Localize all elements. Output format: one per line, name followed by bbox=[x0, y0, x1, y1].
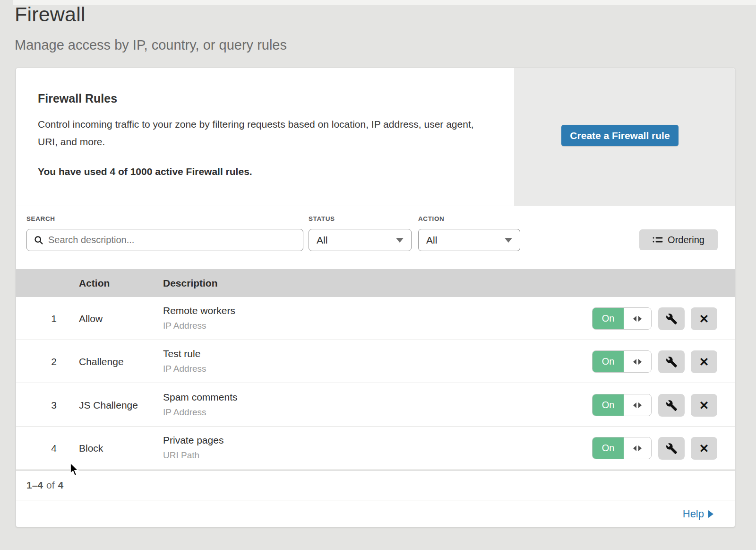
rule-status-toggle[interactable]: On bbox=[592, 350, 652, 373]
toggle-on-label: On bbox=[593, 308, 624, 329]
table-row: 4 Block Private pages URI Path On ✕ bbox=[16, 427, 735, 470]
edit-rule-button[interactable] bbox=[658, 350, 685, 373]
rule-description: Private pages bbox=[163, 435, 223, 446]
delete-rule-button[interactable]: ✕ bbox=[691, 437, 717, 460]
column-header-action: Action bbox=[79, 269, 110, 297]
action-select-value: All bbox=[426, 235, 437, 246]
pagination: 1–4 of 4 bbox=[16, 470, 735, 500]
intro-section: Create a Firewall rule Firewall Rules Co… bbox=[16, 68, 735, 206]
filter-section: SEARCH STATUS All ACTION All bbox=[16, 206, 735, 269]
rule-action: JS Challenge bbox=[79, 384, 138, 427]
arrow-right-icon bbox=[638, 359, 642, 365]
column-header-description: Description bbox=[163, 269, 218, 297]
toggle-on-label: On bbox=[593, 351, 624, 372]
rule-priority: 1 bbox=[44, 297, 63, 340]
help-link-label: Help bbox=[683, 508, 704, 520]
arrow-right-icon bbox=[638, 402, 642, 408]
top-strip bbox=[13, 0, 756, 5]
wrench-icon bbox=[666, 356, 678, 368]
wrench-icon bbox=[666, 443, 678, 454]
close-icon: ✕ bbox=[699, 356, 709, 368]
pagination-range: 1–4 bbox=[26, 480, 43, 491]
intro-description: Control incoming traffic to your zone by… bbox=[38, 115, 487, 150]
search-box[interactable] bbox=[26, 229, 303, 251]
table-row: 1 Allow Remote workers IP Address On ✕ bbox=[16, 297, 735, 340]
toggle-handle[interactable] bbox=[624, 308, 651, 329]
rule-field: IP Address bbox=[163, 364, 206, 374]
intro-heading: Firewall Rules bbox=[38, 92, 117, 105]
search-input[interactable] bbox=[48, 235, 296, 245]
page-title: Firewall bbox=[15, 3, 86, 26]
delete-rule-button[interactable]: ✕ bbox=[691, 394, 717, 417]
status-select-value: All bbox=[317, 235, 327, 246]
action-label: ACTION bbox=[418, 215, 444, 222]
arrow-right-icon bbox=[638, 445, 642, 451]
firewall-rules-card: Create a Firewall rule Firewall Rules Co… bbox=[16, 68, 735, 527]
table-header: Action Description bbox=[16, 269, 735, 297]
action-select[interactable]: All bbox=[418, 229, 520, 251]
page-subtitle: Manage access by IP, country, or query r… bbox=[15, 37, 287, 53]
arrow-right-icon bbox=[708, 510, 713, 518]
help-bar: Help bbox=[16, 500, 735, 527]
rule-priority: 2 bbox=[44, 340, 63, 383]
edit-rule-button[interactable] bbox=[658, 437, 685, 460]
toggle-on-label: On bbox=[593, 394, 624, 416]
ordering-button-label: Ordering bbox=[668, 235, 704, 245]
close-icon: ✕ bbox=[699, 313, 709, 325]
rule-description: Spam comments bbox=[163, 392, 238, 403]
toggle-handle[interactable] bbox=[624, 351, 651, 372]
rule-priority: 4 bbox=[44, 427, 63, 470]
close-icon: ✕ bbox=[699, 443, 709, 454]
rule-field: IP Address bbox=[163, 321, 206, 331]
pagination-of: of bbox=[46, 480, 55, 491]
edit-rule-button[interactable] bbox=[658, 307, 685, 330]
edit-rule-button[interactable] bbox=[658, 394, 685, 417]
intro-right-panel: Create a Firewall rule bbox=[514, 68, 735, 206]
table-row: 2 Challenge Test rule IP Address On ✕ bbox=[16, 340, 735, 383]
rule-priority: 3 bbox=[44, 384, 63, 427]
rule-field: IP Address bbox=[163, 407, 206, 418]
firewall-page: Firewall Manage access by IP, country, o… bbox=[0, 0, 756, 550]
delete-rule-button[interactable]: ✕ bbox=[691, 307, 717, 330]
chevron-down-icon bbox=[505, 238, 512, 243]
rule-status-toggle[interactable]: On bbox=[592, 307, 652, 330]
wrench-icon bbox=[666, 313, 678, 325]
status-label: STATUS bbox=[309, 215, 335, 222]
rule-status-toggle[interactable]: On bbox=[592, 437, 652, 459]
rule-action: Allow bbox=[79, 297, 103, 340]
arrow-left-icon bbox=[633, 316, 636, 322]
rule-action: Challenge bbox=[79, 340, 124, 383]
rule-status-toggle[interactable]: On bbox=[592, 394, 652, 416]
search-icon bbox=[34, 235, 43, 245]
rule-field: URI Path bbox=[163, 450, 199, 461]
search-label: SEARCH bbox=[26, 215, 55, 222]
table-row: 3 JS Challenge Spam comments IP Address … bbox=[16, 384, 735, 427]
ordering-list-icon bbox=[653, 236, 663, 244]
close-icon: ✕ bbox=[699, 400, 709, 411]
arrow-left-icon bbox=[633, 359, 636, 365]
arrow-left-icon bbox=[633, 445, 636, 451]
toggle-handle[interactable] bbox=[624, 437, 651, 459]
delete-rule-button[interactable]: ✕ bbox=[691, 350, 717, 373]
rule-description: Remote workers bbox=[163, 305, 235, 316]
pagination-total: 4 bbox=[58, 480, 64, 491]
toggle-handle[interactable] bbox=[624, 394, 651, 416]
ordering-button[interactable]: Ordering bbox=[639, 229, 718, 250]
help-link[interactable]: Help bbox=[683, 508, 713, 520]
arrow-right-icon bbox=[638, 316, 642, 322]
create-firewall-rule-button[interactable]: Create a Firewall rule bbox=[561, 125, 679, 146]
intro-usage-count: You have used 4 of 1000 active Firewall … bbox=[38, 166, 252, 177]
rule-action: Block bbox=[79, 427, 103, 470]
toggle-on-label: On bbox=[593, 437, 624, 459]
wrench-icon bbox=[666, 400, 678, 411]
status-select[interactable]: All bbox=[309, 229, 412, 251]
arrow-left-icon bbox=[633, 402, 636, 408]
rule-description: Test rule bbox=[163, 348, 200, 359]
chevron-down-icon bbox=[396, 238, 404, 243]
